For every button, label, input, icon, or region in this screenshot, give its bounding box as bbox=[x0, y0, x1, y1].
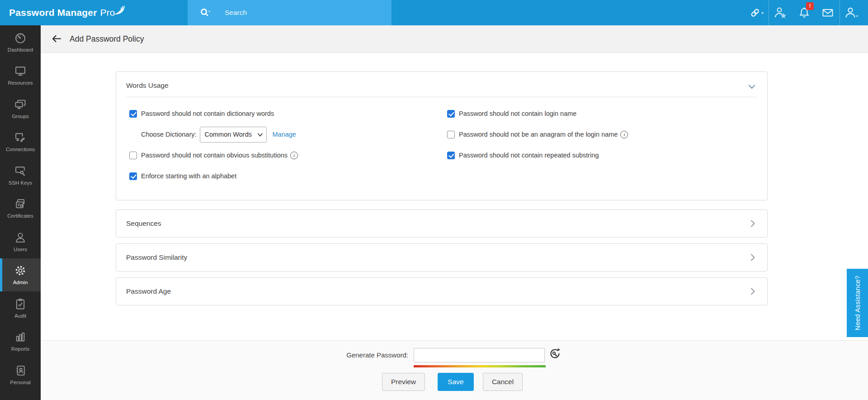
cancel-button[interactable]: Cancel bbox=[483, 373, 523, 391]
section-title: Password Similarity bbox=[126, 253, 187, 262]
option-label: Password should not be an anagram of the… bbox=[459, 131, 618, 138]
arrow-left-icon bbox=[51, 33, 62, 44]
manage-dictionary-link[interactable]: Manage bbox=[273, 131, 296, 138]
connections-icon bbox=[14, 131, 27, 144]
sidebar-item-users[interactable]: Users bbox=[0, 225, 41, 258]
choose-dictionary-label: Choose Dictionary: bbox=[141, 131, 197, 138]
sidebar-item-audit[interactable]: Audit bbox=[0, 291, 41, 325]
chevron-right-icon bbox=[748, 219, 757, 229]
sidebar-item-resources[interactable]: Resources bbox=[0, 59, 41, 92]
generate-password-label: Generate Password: bbox=[41, 348, 408, 362]
sidebar-item-admin[interactable]: Admin bbox=[0, 258, 41, 292]
sidebar-item-dashboard[interactable]: Dashboard bbox=[0, 25, 41, 59]
words-usage-options: Password should not contain dictionary w… bbox=[116, 97, 767, 186]
generate-password-icon[interactable] bbox=[549, 348, 561, 360]
back-button[interactable] bbox=[51, 33, 62, 44]
sidebar-item-personal[interactable]: Personal bbox=[0, 358, 41, 391]
option-label: Password should not contain obvious subs… bbox=[141, 152, 288, 159]
reports-icon bbox=[14, 331, 27, 343]
checkbox-anagram-login[interactable] bbox=[447, 131, 455, 138]
option-label: Password should not contain dictionary w… bbox=[141, 110, 274, 117]
option-dictionary-words: Password should not contain dictionary w… bbox=[129, 103, 447, 124]
page-title: Add Password Policy bbox=[70, 34, 144, 44]
audit-icon bbox=[14, 298, 27, 310]
chevron-right-icon bbox=[748, 252, 757, 262]
need-assistance-tab[interactable]: Need Assistance? bbox=[847, 269, 868, 337]
dictionary-select[interactable]: Common Words bbox=[200, 127, 267, 143]
option-obvious-substitutions: Password should not contain obvious subs… bbox=[129, 145, 447, 166]
notifications-icon[interactable]: ! bbox=[793, 0, 816, 25]
choose-dictionary-row: Choose Dictionary: Common Words Manage bbox=[141, 124, 447, 145]
option-enforce-alphabet: Enforce starting with an alphabet bbox=[129, 166, 447, 186]
search-icon[interactable] bbox=[199, 7, 211, 18]
password-similarity-section[interactable]: Password Similarity bbox=[116, 243, 768, 271]
groups-icon bbox=[14, 98, 27, 111]
page-header: Add Password Policy bbox=[41, 25, 868, 53]
sequences-section[interactable]: Sequences bbox=[116, 210, 768, 238]
password-strength-bar bbox=[414, 365, 546, 367]
checkbox-repeated-substring[interactable] bbox=[447, 152, 455, 159]
chevron-down-icon bbox=[746, 82, 757, 92]
dashboard-icon bbox=[14, 32, 27, 44]
words-usage-header[interactable]: Words Usage bbox=[126, 72, 757, 97]
sidebar-item-ssh-keys[interactable]: SSH Keys bbox=[0, 158, 41, 192]
info-icon[interactable]: i bbox=[620, 131, 628, 138]
info-icon[interactable]: i bbox=[290, 152, 298, 159]
preview-button[interactable]: Preview bbox=[382, 373, 425, 391]
password-age-section[interactable]: Password Age bbox=[116, 277, 768, 305]
account-icon[interactable] bbox=[840, 0, 863, 25]
section-title: Password Age bbox=[126, 287, 171, 295]
chevron-right-icon bbox=[748, 286, 757, 296]
app-logo[interactable]: Password Manager Pro bbox=[9, 0, 125, 25]
user-favorites-icon[interactable] bbox=[769, 0, 793, 25]
words-usage-section: Words Usage Password should not contain … bbox=[116, 71, 768, 200]
option-login-name: Password should not contain login name bbox=[447, 103, 767, 124]
footer-buttons: Preview Save Cancel bbox=[382, 373, 523, 391]
option-repeated-substring: Password should not contain repeated sub… bbox=[447, 145, 767, 166]
sidebar-item-groups[interactable]: Groups bbox=[0, 92, 41, 125]
generate-password-input[interactable] bbox=[414, 348, 545, 362]
checkbox-obvious-substitutions[interactable] bbox=[129, 152, 137, 159]
password-link-icon[interactable] bbox=[745, 0, 769, 25]
logo-text-bold: Password Manager bbox=[9, 7, 97, 18]
ssh-keys-icon bbox=[14, 165, 27, 177]
mail-icon[interactable] bbox=[816, 0, 840, 25]
notification-badge: ! bbox=[806, 2, 814, 10]
dictionary-select-wrap: Common Words bbox=[200, 127, 267, 143]
topbar: Password Manager Pro bbox=[0, 0, 868, 25]
footer-bar: Generate Password: Preview Save Cancel bbox=[41, 340, 868, 400]
section-title: Sequences bbox=[126, 219, 161, 228]
checkbox-dictionary-words[interactable] bbox=[129, 110, 137, 118]
certificates-icon bbox=[14, 198, 27, 210]
option-label: Enforce starting with an alphabet bbox=[141, 172, 236, 180]
sidebar-item-certificates[interactable]: Certificates bbox=[0, 192, 41, 225]
topbar-icons: ! bbox=[745, 0, 863, 25]
search-input[interactable] bbox=[224, 8, 370, 17]
checkbox-login-name[interactable] bbox=[447, 110, 455, 118]
sidebar: Dashboard Resources Groups bbox=[0, 25, 41, 400]
logo-text-pro: Pro bbox=[100, 7, 115, 18]
section-title: Words Usage bbox=[126, 81, 169, 89]
sidebar-item-connections[interactable]: Connections bbox=[0, 125, 41, 159]
admin-icon bbox=[14, 264, 27, 277]
option-label: Password should not contain repeated sub… bbox=[459, 152, 599, 159]
personal-icon bbox=[14, 364, 27, 377]
search-bar[interactable] bbox=[188, 0, 392, 25]
main-content: Words Usage Password should not contain … bbox=[41, 53, 868, 340]
users-icon bbox=[14, 231, 27, 244]
save-button[interactable]: Save bbox=[438, 373, 474, 391]
option-anagram-login: Password should not be an anagram of the… bbox=[447, 124, 767, 145]
checkbox-enforce-alphabet[interactable] bbox=[129, 172, 137, 180]
logo-swirl-icon bbox=[113, 3, 125, 15]
option-label: Password should not contain login name bbox=[459, 110, 576, 117]
resources-icon bbox=[14, 65, 27, 77]
sidebar-item-reports[interactable]: Reports bbox=[0, 325, 41, 358]
need-assistance-label: Need Assistance? bbox=[854, 276, 861, 330]
